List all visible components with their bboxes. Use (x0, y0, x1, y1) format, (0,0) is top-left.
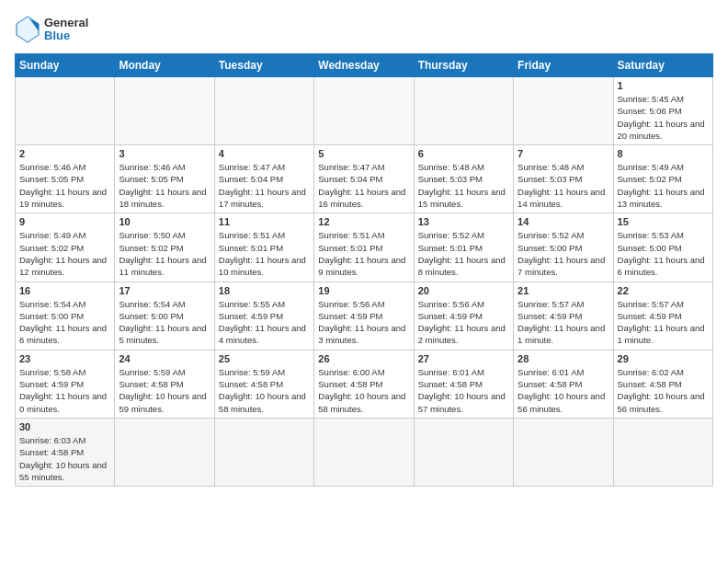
calendar-cell: 26Sunrise: 6:00 AMSunset: 4:58 PMDayligh… (314, 350, 414, 418)
calendar-header-row: SundayMondayTuesdayWednesdayThursdayFrid… (16, 54, 713, 77)
svg-marker-0 (17, 17, 39, 42)
calendar-cell (115, 418, 214, 486)
day-number: 17 (119, 285, 210, 296)
calendar-cell: 28Sunrise: 6:01 AMSunset: 4:58 PMDayligh… (514, 350, 613, 418)
calendar-cell: 17Sunrise: 5:54 AMSunset: 5:00 PMDayligh… (115, 282, 214, 350)
calendar-cell: 24Sunrise: 5:59 AMSunset: 4:58 PMDayligh… (115, 350, 214, 418)
calendar-cell: 19Sunrise: 5:56 AMSunset: 4:59 PMDayligh… (314, 282, 414, 350)
calendar-cell (314, 77, 414, 145)
logo-container: General Blue (15, 15, 88, 44)
day-number: 11 (219, 216, 310, 227)
day-header-thursday: Thursday (414, 54, 513, 77)
day-info: Sunrise: 5:59 AMSunset: 4:58 PMDaylight:… (119, 366, 210, 415)
day-info: Sunrise: 5:56 AMSunset: 4:59 PMDaylight:… (418, 298, 509, 347)
calendar-cell (214, 418, 313, 486)
calendar-cell (214, 77, 313, 145)
calendar-cell (16, 77, 115, 145)
page-header: General Blue (15, 15, 713, 44)
calendar-cell: 4Sunrise: 5:47 AMSunset: 5:04 PMDaylight… (214, 145, 313, 213)
day-number: 28 (518, 353, 609, 364)
calendar-cell: 14Sunrise: 5:52 AMSunset: 5:00 PMDayligh… (514, 213, 613, 282)
day-number: 1 (618, 80, 709, 91)
day-info: Sunrise: 5:51 AMSunset: 5:01 PMDaylight:… (219, 229, 310, 278)
calendar-table: SundayMondayTuesdayWednesdayThursdayFrid… (15, 53, 713, 487)
calendar-cell: 11Sunrise: 5:51 AMSunset: 5:01 PMDayligh… (214, 213, 313, 282)
day-info: Sunrise: 5:47 AMSunset: 5:04 PMDaylight:… (318, 161, 409, 210)
day-number: 30 (19, 421, 110, 432)
calendar-cell (414, 77, 513, 145)
day-number: 16 (19, 285, 110, 296)
day-info: Sunrise: 6:01 AMSunset: 4:58 PMDaylight:… (418, 366, 509, 415)
calendar-cell: 13Sunrise: 5:52 AMSunset: 5:01 PMDayligh… (414, 213, 513, 282)
day-number: 9 (19, 216, 110, 227)
day-info: Sunrise: 6:02 AMSunset: 4:58 PMDaylight:… (618, 366, 709, 415)
day-header-wednesday: Wednesday (314, 54, 414, 77)
day-info: Sunrise: 5:51 AMSunset: 5:01 PMDaylight:… (318, 229, 409, 278)
day-info: Sunrise: 5:59 AMSunset: 4:58 PMDaylight:… (219, 366, 310, 415)
day-number: 25 (219, 353, 310, 364)
day-info: Sunrise: 5:52 AMSunset: 5:01 PMDaylight:… (418, 229, 509, 278)
calendar-cell: 18Sunrise: 5:55 AMSunset: 4:59 PMDayligh… (214, 282, 313, 350)
day-header-tuesday: Tuesday (214, 54, 313, 77)
day-info: Sunrise: 5:58 AMSunset: 4:59 PMDaylight:… (19, 366, 110, 415)
day-number: 2 (19, 148, 110, 159)
day-info: Sunrise: 6:00 AMSunset: 4:58 PMDaylight:… (318, 366, 409, 415)
logo: General Blue (15, 15, 88, 44)
calendar-cell: 2Sunrise: 5:46 AMSunset: 5:05 PMDaylight… (16, 145, 115, 213)
calendar-cell: 12Sunrise: 5:51 AMSunset: 5:01 PMDayligh… (314, 213, 414, 282)
day-info: Sunrise: 5:46 AMSunset: 5:05 PMDaylight:… (19, 161, 110, 210)
calendar-cell: 30Sunrise: 6:03 AMSunset: 4:58 PMDayligh… (16, 418, 115, 486)
day-info: Sunrise: 5:47 AMSunset: 5:04 PMDaylight:… (219, 161, 310, 210)
day-info: Sunrise: 5:46 AMSunset: 5:05 PMDaylight:… (119, 161, 210, 210)
calendar-cell (514, 77, 613, 145)
day-info: Sunrise: 5:55 AMSunset: 4:59 PMDaylight:… (219, 298, 310, 347)
day-info: Sunrise: 5:49 AMSunset: 5:02 PMDaylight:… (618, 161, 709, 210)
calendar-week-2: 2Sunrise: 5:46 AMSunset: 5:05 PMDaylight… (16, 145, 713, 213)
day-number: 26 (318, 353, 409, 364)
day-number: 5 (318, 148, 409, 159)
day-number: 20 (418, 285, 509, 296)
day-number: 10 (119, 216, 210, 227)
day-number: 13 (418, 216, 509, 227)
day-number: 12 (318, 216, 409, 227)
calendar-cell (613, 418, 712, 486)
day-number: 29 (618, 353, 709, 364)
day-info: Sunrise: 5:53 AMSunset: 5:00 PMDaylight:… (618, 229, 709, 278)
logo-graphic (15, 15, 40, 44)
calendar-cell (314, 418, 414, 486)
calendar-cell: 8Sunrise: 5:49 AMSunset: 5:02 PMDaylight… (613, 145, 712, 213)
day-number: 23 (19, 353, 110, 364)
calendar-cell: 7Sunrise: 5:48 AMSunset: 5:03 PMDaylight… (514, 145, 613, 213)
day-header-friday: Friday (514, 54, 613, 77)
calendar-cell: 3Sunrise: 5:46 AMSunset: 5:05 PMDaylight… (115, 145, 214, 213)
day-info: Sunrise: 5:54 AMSunset: 5:00 PMDaylight:… (119, 298, 210, 347)
calendar-cell: 25Sunrise: 5:59 AMSunset: 4:58 PMDayligh… (214, 350, 313, 418)
day-number: 14 (518, 216, 609, 227)
calendar-week-3: 9Sunrise: 5:49 AMSunset: 5:02 PMDaylight… (16, 213, 713, 282)
calendar-cell: 6Sunrise: 5:48 AMSunset: 5:03 PMDaylight… (414, 145, 513, 213)
day-info: Sunrise: 5:56 AMSunset: 4:59 PMDaylight:… (318, 298, 409, 347)
day-info: Sunrise: 6:01 AMSunset: 4:58 PMDaylight:… (518, 366, 609, 415)
day-header-saturday: Saturday (613, 54, 712, 77)
day-info: Sunrise: 5:49 AMSunset: 5:02 PMDaylight:… (19, 229, 110, 278)
calendar-cell: 5Sunrise: 5:47 AMSunset: 5:04 PMDaylight… (314, 145, 414, 213)
calendar-cell: 21Sunrise: 5:57 AMSunset: 4:59 PMDayligh… (514, 282, 613, 350)
calendar-week-5: 23Sunrise: 5:58 AMSunset: 4:59 PMDayligh… (16, 350, 713, 418)
calendar-cell: 22Sunrise: 5:57 AMSunset: 4:59 PMDayligh… (613, 282, 712, 350)
calendar-cell: 9Sunrise: 5:49 AMSunset: 5:02 PMDaylight… (16, 213, 115, 282)
calendar-cell (514, 418, 613, 486)
calendar-week-6: 30Sunrise: 6:03 AMSunset: 4:58 PMDayligh… (16, 418, 713, 486)
calendar-cell: 1Sunrise: 5:45 AMSunset: 5:06 PMDaylight… (613, 77, 712, 145)
day-info: Sunrise: 5:48 AMSunset: 5:03 PMDaylight:… (518, 161, 609, 210)
day-number: 18 (219, 285, 310, 296)
day-number: 15 (618, 216, 709, 227)
day-info: Sunrise: 5:52 AMSunset: 5:00 PMDaylight:… (518, 229, 609, 278)
calendar-cell: 23Sunrise: 5:58 AMSunset: 4:59 PMDayligh… (16, 350, 115, 418)
day-number: 19 (318, 285, 409, 296)
day-number: 24 (119, 353, 210, 364)
day-number: 8 (618, 148, 709, 159)
day-info: Sunrise: 5:54 AMSunset: 5:00 PMDaylight:… (19, 298, 110, 347)
day-number: 7 (518, 148, 609, 159)
calendar-cell: 20Sunrise: 5:56 AMSunset: 4:59 PMDayligh… (414, 282, 513, 350)
day-header-monday: Monday (115, 54, 214, 77)
